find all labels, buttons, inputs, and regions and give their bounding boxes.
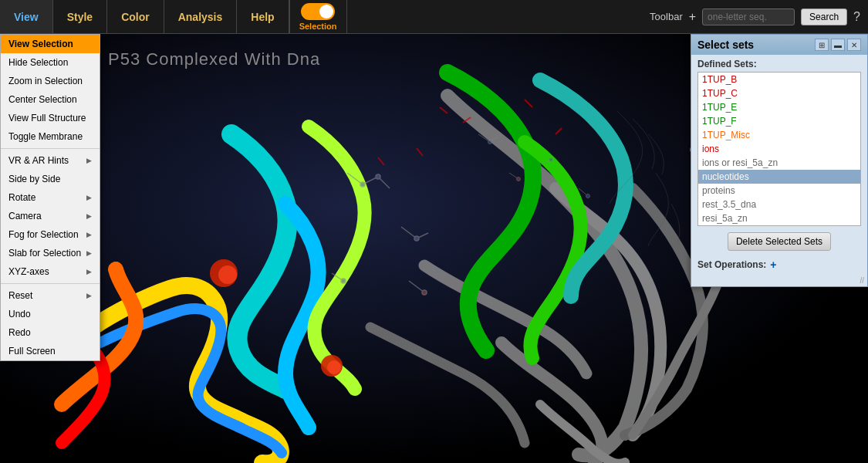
svg-point-12 bbox=[414, 236, 419, 241]
svg-point-2 bbox=[218, 265, 237, 284]
svg-point-19 bbox=[488, 140, 492, 144]
set-item-nucleotides[interactable]: nucleotides bbox=[698, 170, 860, 184]
delete-selected-sets-button[interactable]: Delete Selected Sets bbox=[728, 232, 831, 251]
set-item-resi_5a_zn[interactable]: resi_5a_zn bbox=[698, 211, 860, 225]
menu-item-vr-ar[interactable]: VR & AR Hints bbox=[1, 151, 100, 170]
selection-toggle-area: Selection bbox=[289, 0, 347, 33]
search-button[interactable]: Search bbox=[801, 8, 847, 25]
set-item-water[interactable]: water bbox=[698, 225, 860, 226]
menu-item-view-selection[interactable]: View Selection bbox=[1, 35, 100, 53]
panel-title: Select sets bbox=[697, 39, 754, 51]
menu-item-view-full-structure[interactable]: View Full Structure bbox=[1, 109, 100, 127]
menu-item-side-by-side[interactable]: Side by Side bbox=[1, 170, 100, 188]
tab-help[interactable]: Help bbox=[237, 0, 289, 33]
selection-toggle-switch[interactable] bbox=[301, 3, 335, 20]
svg-point-14 bbox=[422, 290, 427, 295]
menu-item-hide-selection[interactable]: Hide Selection bbox=[1, 53, 100, 72]
menu-separator-2 bbox=[1, 283, 100, 284]
menu-separator-1 bbox=[1, 148, 100, 149]
set-item-1TUP_Misc[interactable]: 1TUP_Misc bbox=[698, 128, 860, 142]
tab-color[interactable]: Color bbox=[107, 0, 164, 33]
svg-point-16 bbox=[341, 279, 346, 283]
set-item-ions[interactable]: ions bbox=[698, 142, 860, 156]
toggle-knob bbox=[319, 5, 333, 19]
svg-point-25 bbox=[586, 194, 590, 198]
main-content: P53 Complexed With Dna View Selection Hi… bbox=[0, 34, 868, 463]
set-item-1TUP_C[interactable]: 1TUP_C bbox=[698, 86, 860, 100]
set-operations-plus-button[interactable]: + bbox=[770, 259, 776, 271]
menu-item-full-screen[interactable]: Full Screen bbox=[1, 342, 100, 360]
panel-header: Select sets ⊞ ▬ ✕ bbox=[691, 35, 867, 55]
menu-item-camera[interactable]: Camera bbox=[1, 207, 100, 225]
set-item-1TUP_E[interactable]: 1TUP_E bbox=[698, 100, 860, 114]
svg-point-4 bbox=[327, 360, 341, 374]
top-navigation: View Style Color Analysis Help Selection… bbox=[0, 0, 868, 34]
menu-item-undo[interactable]: Undo bbox=[1, 305, 100, 323]
set-item-rest_3.5_dna[interactable]: rest_3.5_dna bbox=[698, 198, 860, 211]
svg-point-23 bbox=[549, 158, 553, 162]
select-sets-panel: Select sets ⊞ ▬ ✕ Defined Sets: 1TUP_B 1… bbox=[691, 34, 868, 287]
help-icon[interactable]: ? bbox=[853, 10, 860, 24]
toolbar-area: Toolbar + Search ? bbox=[642, 0, 868, 33]
panel-minimize-button[interactable]: ▬ bbox=[831, 39, 845, 51]
menu-item-slab-for-selection[interactable]: Slab for Selection bbox=[1, 244, 100, 262]
menu-item-fog-for-selection[interactable]: Fog for Selection bbox=[1, 225, 100, 244]
defined-sets-label: Defined Sets: bbox=[691, 55, 867, 72]
menu-item-redo[interactable]: Redo bbox=[1, 323, 100, 342]
set-item-proteins[interactable]: proteins bbox=[698, 184, 860, 198]
view-dropdown-menu: View Selection Hide Selection Zoom in Se… bbox=[0, 34, 100, 361]
panel-close-button[interactable]: ✕ bbox=[847, 39, 861, 51]
set-item-1TUP_F[interactable]: 1TUP_F bbox=[698, 114, 860, 128]
menu-item-toggle-membrane[interactable]: Toggle Membrane bbox=[1, 127, 100, 146]
menu-item-reset[interactable]: Reset bbox=[1, 286, 100, 305]
search-input[interactable] bbox=[702, 8, 795, 25]
set-item-1TUP_B[interactable]: 1TUP_B bbox=[698, 73, 860, 86]
tab-style[interactable]: Style bbox=[53, 0, 107, 33]
menu-item-zoom-in-selection[interactable]: Zoom in Selection bbox=[1, 72, 100, 90]
panel-expand-button[interactable]: ⊞ bbox=[815, 39, 829, 51]
selection-toggle-label: Selection bbox=[299, 22, 337, 31]
svg-point-9 bbox=[376, 174, 380, 179]
toolbar-plus-button[interactable]: + bbox=[689, 10, 696, 24]
panel-control-buttons: ⊞ ▬ ✕ bbox=[815, 39, 861, 51]
tab-analysis[interactable]: Analysis bbox=[164, 0, 238, 33]
sets-list[interactable]: 1TUP_B 1TUP_C 1TUP_E 1TUP_F 1TUP_Misc io… bbox=[697, 72, 861, 226]
svg-point-21 bbox=[517, 177, 521, 181]
set-operations-area: Set Operations: + bbox=[691, 255, 867, 275]
menu-item-xyz-axes[interactable]: XYZ-axes bbox=[1, 262, 100, 281]
tab-view[interactable]: View bbox=[0, 0, 53, 33]
menu-item-center-selection[interactable]: Center Selection bbox=[1, 90, 100, 109]
toolbar-label: Toolbar bbox=[650, 11, 683, 22]
svg-point-8 bbox=[360, 182, 365, 187]
panel-resize-handle[interactable]: // bbox=[691, 275, 867, 286]
menu-item-rotate[interactable]: Rotate bbox=[1, 188, 100, 207]
set-operations-label: Set Operations: bbox=[697, 259, 766, 270]
set-item-ions-or-resi[interactable]: ions or resi_5a_zn bbox=[698, 156, 860, 170]
